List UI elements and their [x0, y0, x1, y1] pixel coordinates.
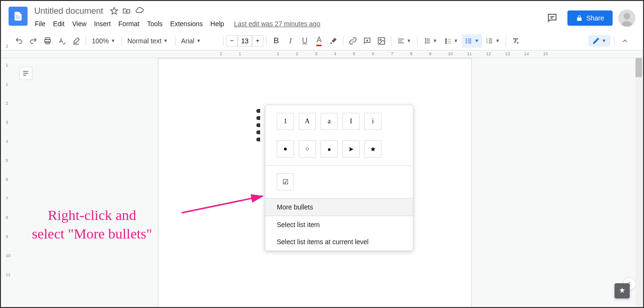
bullet-option-square[interactable]: ■ — [321, 140, 338, 158]
explore-button[interactable] — [615, 283, 630, 298]
highlight-button[interactable] — [327, 34, 340, 48]
font-dropdown[interactable]: Arial▼ — [178, 34, 220, 48]
bulleted-list-dropdown[interactable]: ▼ — [462, 34, 482, 48]
outline-toggle-button[interactable] — [19, 67, 32, 80]
underline-button[interactable]: U — [298, 34, 312, 48]
menu-bar: File Edit View Insert Format Tools Exten… — [31, 18, 543, 30]
menu-extensions[interactable]: Extensions — [167, 18, 206, 30]
print-button[interactable] — [41, 34, 54, 48]
vertical-scrollbar[interactable] — [635, 58, 642, 307]
redo-button[interactable] — [27, 34, 40, 48]
menu-format[interactable]: Format — [115, 18, 143, 30]
toolbar: 100%▼ Normal text▼ Arial▼ − + B I U A ▼ … — [1, 31, 643, 50]
numbered-list-dropdown[interactable]: 123▼ — [483, 34, 503, 48]
text-color-button[interactable]: A — [312, 34, 326, 48]
add-comment-button[interactable] — [361, 34, 374, 48]
title-area: Untitled document File Edit View Insert … — [31, 5, 543, 30]
select-list-item[interactable]: Select list item — [265, 216, 413, 233]
editing-mode-button[interactable]: ▼ — [588, 35, 610, 47]
bullet-option-star[interactable]: ★ — [364, 140, 381, 158]
list-option-A[interactable]: A — [299, 113, 316, 130]
spellcheck-button[interactable] — [55, 34, 68, 48]
clear-formatting-button[interactable] — [509, 34, 522, 48]
svg-text:3: 3 — [487, 41, 488, 44]
collapse-toolbar-button[interactable] — [618, 34, 632, 48]
list-option-I[interactable]: I — [342, 113, 360, 130]
list-option-1[interactable]: 1 — [277, 113, 294, 130]
share-label: Share — [586, 14, 604, 22]
numbered-options-row: 1 A a I i — [265, 111, 413, 132]
select-list-items-level[interactable]: Select list items at current level — [265, 233, 413, 250]
list-option-i[interactable]: i — [364, 113, 381, 130]
document-canvas: 211234567891011 1 A a I i ● ○ ■ ➤ ★ — [1, 58, 643, 307]
undo-button[interactable] — [12, 34, 26, 48]
line-spacing-dropdown[interactable]: ▼ — [420, 34, 440, 48]
docs-logo[interactable] — [9, 7, 28, 26]
checklist-dropdown[interactable]: ▼ — [441, 34, 461, 48]
menu-file[interactable]: File — [31, 18, 49, 30]
svg-point-10 — [466, 40, 467, 41]
list-option-a[interactable]: a — [321, 113, 338, 130]
horizontal-ruler[interactable]: 21123456789101112131415 — [1, 50, 643, 58]
insert-image-button[interactable] — [375, 34, 388, 48]
svg-rect-8 — [445, 42, 447, 43]
font-size-decrease[interactable]: − — [226, 35, 238, 47]
bullet-options-row: ● ○ ■ ➤ ★ — [265, 139, 413, 159]
document-title[interactable]: Untitled document — [31, 5, 106, 17]
svg-point-11 — [466, 42, 467, 43]
align-dropdown[interactable]: ▼ — [394, 34, 414, 48]
font-size-increase[interactable]: + — [252, 35, 263, 47]
user-avatar[interactable] — [618, 10, 635, 27]
font-size-input[interactable] — [238, 35, 252, 47]
menu-tools[interactable]: Tools — [144, 18, 166, 30]
bold-button[interactable]: B — [270, 34, 283, 48]
svg-point-9 — [466, 38, 467, 40]
menu-insert[interactable]: Insert — [91, 18, 114, 30]
svg-rect-6 — [445, 38, 447, 40]
menu-edit[interactable]: Edit — [50, 18, 68, 30]
svg-rect-7 — [445, 40, 447, 41]
menu-help[interactable]: Help — [207, 18, 227, 30]
last-edit-link[interactable]: Last edit was 27 minutes ago — [234, 20, 320, 28]
header: Untitled document File Edit View Insert … — [1, 1, 643, 31]
bullet-option-circle[interactable]: ○ — [299, 140, 316, 158]
comments-button[interactable] — [543, 9, 562, 28]
paint-format-button[interactable] — [69, 34, 83, 48]
bullet-context-menu: 1 A a I i ● ○ ■ ➤ ★ ☑ More bullets Selec… — [265, 105, 413, 251]
menu-view[interactable]: View — [69, 18, 90, 30]
star-icon[interactable] — [110, 7, 118, 15]
share-button[interactable]: Share — [567, 10, 613, 26]
svg-point-0 — [624, 13, 630, 20]
style-dropdown[interactable]: Normal text▼ — [125, 34, 172, 48]
insert-link-button[interactable] — [346, 34, 360, 48]
bullet-option-arrow[interactable]: ➤ — [342, 140, 360, 158]
more-bullets-item[interactable]: More bullets — [265, 199, 413, 216]
vertical-ruler[interactable]: 211234567891011 — [1, 58, 15, 307]
zoom-dropdown[interactable]: 100%▼ — [89, 34, 118, 48]
selected-bullets — [256, 106, 265, 145]
move-icon[interactable] — [122, 7, 131, 15]
font-size-control: − + — [226, 35, 263, 47]
cloud-status-icon[interactable] — [135, 6, 144, 16]
italic-button[interactable]: I — [284, 34, 297, 48]
svg-point-5 — [380, 39, 381, 40]
annotation-text: Right-click and select "More bullets" — [32, 206, 152, 243]
checkbox-option[interactable]: ☑ — [277, 173, 294, 190]
bullet-option-disc[interactable]: ● — [277, 140, 294, 158]
